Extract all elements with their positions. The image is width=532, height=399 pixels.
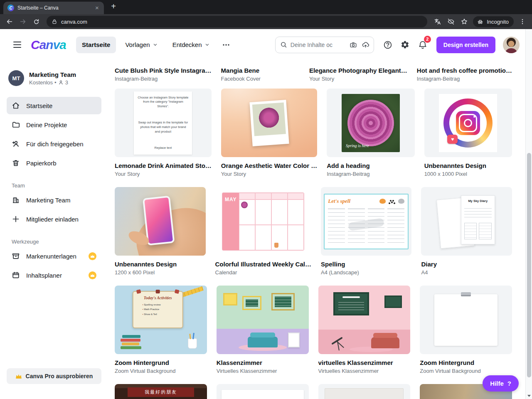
crown-icon [90, 273, 95, 277]
phone-photo-art [115, 187, 206, 256]
search-extra-icons [350, 41, 369, 49]
diary-pages-art: My Sky Diary [433, 193, 500, 250]
design-card[interactable]: Hot and fresh coffee promotio… Instagram… [417, 62, 512, 82]
camera-icon[interactable] [350, 41, 357, 49]
create-design-button[interactable]: Design erstellen [436, 37, 495, 53]
nav-vorlagen[interactable]: Vorlagen [119, 37, 163, 53]
design-card[interactable]: Klassenzimmer Virtuelles Klassenzimmer [217, 286, 309, 374]
chevron-down-icon [205, 42, 209, 47]
sidebar-item-startseite[interactable]: Startseite [7, 97, 101, 114]
person-icon [58, 80, 64, 85]
pro-crown-badge [89, 252, 96, 260]
canva-pro-label: Canva Pro ausprobieren [26, 373, 93, 379]
omnibox[interactable]: canva.com [47, 16, 427, 27]
canva-logo[interactable]: Canva [31, 38, 66, 52]
sidebar-item-deine-projekte[interactable]: Deine Projekte [7, 116, 101, 133]
design-card[interactable]: Zoom Hintergrund Zoom Virtual Background [420, 286, 512, 374]
photo-caption: Spring is here [346, 143, 369, 148]
design-thumbnail: Let's spell [321, 187, 412, 256]
browser-menu-button[interactable] [516, 15, 529, 28]
canva-pro-button[interactable]: Canva Pro ausprobieren [7, 368, 101, 384]
design-title: Lemonade Drink Animated Sto… [115, 162, 212, 169]
notifications-button[interactable]: 2 [415, 37, 431, 53]
design-card[interactable]: Choose an Instagram Story template from … [115, 89, 212, 177]
tab-close-icon[interactable]: × [94, 5, 101, 12]
sidebar-item-marketing-team[interactable]: Marketing Team [7, 191, 101, 209]
chevron-down-icon [153, 42, 158, 47]
design-card[interactable]: Unbenanntes Design 1200 x 600 Pixel [115, 187, 206, 276]
eye-off-button[interactable] [445, 15, 457, 28]
back-button[interactable] [3, 15, 16, 28]
sidebar-item-mitglieder-einladen[interactable]: Mitglieder einladen [7, 210, 101, 228]
design-grid-row: Unbenanntes Design 1200 x 600 Pixel MAY [115, 187, 512, 286]
section-label-werkzeuge: Werkzeuge [12, 239, 101, 245]
translate-button[interactable] [431, 15, 444, 28]
main-content: Cute Blush Pink Style Instagra… Instagra… [108, 60, 525, 399]
incognito-badge: Incognito [473, 16, 514, 27]
help-menu-button[interactable] [380, 37, 396, 53]
settings-button[interactable] [397, 37, 413, 53]
nav-startseite-label: Startseite [82, 41, 110, 48]
sidebar-item-markenunterlagen[interactable]: Markenunterlagen [7, 247, 101, 265]
design-card[interactable] [318, 384, 411, 399]
design-card[interactable]: MAY Colorful Illustrated Weekly Cal… Cal… [215, 187, 311, 276]
design-thumbnail [420, 286, 512, 354]
bookmark-button[interactable] [458, 15, 470, 28]
couch-illustration [248, 337, 278, 347]
team-avatar: MT [8, 70, 24, 86]
worksheet-heading: Let's spell [328, 198, 350, 204]
zoom-classroom-art: Today's Activities Spelling review Math … [115, 286, 207, 354]
design-card[interactable]: Today's Activities Spelling review Math … [115, 286, 207, 374]
design-thumbnail: ♥ [424, 89, 512, 157]
design-card[interactable]: Orange Aesthetic Water Color … Your Stor… [221, 89, 317, 177]
sidebar-item-label: Papierkorb [26, 160, 57, 167]
team-switcher[interactable]: MT Marketing Team Kostenlos • 3 [8, 70, 101, 86]
preview-text: Swap out images in the template for phot… [137, 121, 189, 134]
user-avatar[interactable] [503, 37, 520, 53]
new-tab-button[interactable]: + [109, 2, 118, 11]
orange-watercolor-art [221, 89, 317, 157]
polaroid-photo [249, 100, 289, 146]
forward-button[interactable] [17, 15, 29, 28]
design-title: Orange Aesthetic Water Color … [221, 162, 317, 169]
help-button[interactable]: Hilfe ? [483, 375, 519, 392]
design-title: Hot and fresh coffee promotio… [417, 67, 512, 74]
design-card[interactable]: Let's spell Spelling A4 (Landscape) [321, 187, 412, 276]
more-menu-button[interactable] [219, 37, 234, 53]
design-title: Diary [421, 261, 512, 268]
nav-startseite[interactable]: Startseite [76, 37, 116, 53]
chalkboard-illustration [384, 296, 402, 308]
design-card[interactable]: Spring is here Add a heading Instagram-B… [327, 89, 414, 177]
hamburger-menu-button[interactable] [11, 39, 23, 51]
design-card[interactable]: virtuelles Klassenzimmer Virtuelles Klas… [318, 286, 411, 374]
browser-tab[interactable]: C Startseite – Canva × [3, 2, 104, 14]
upload-cloud-icon[interactable] [362, 41, 369, 49]
design-thumbnail: My Sky Diary [421, 187, 512, 256]
nav-entdecken[interactable]: Entdecken [167, 37, 215, 53]
design-card[interactable]: ♥ Unbenanntes Design 1000 x 1000 Pixel [424, 89, 512, 177]
scroll-down-button[interactable] [526, 392, 532, 399]
search-bar[interactable] [275, 37, 374, 53]
design-card[interactable]: Cute Blush Pink Style Instagra… Instagra… [115, 62, 212, 82]
diary-heading: My Sky Diary [464, 199, 492, 203]
design-card[interactable]: My Sky Diary Diary A4 [421, 187, 512, 276]
design-title: Zoom Hintergrund [420, 359, 512, 366]
scrollbar-thumb[interactable] [527, 153, 531, 377]
design-card[interactable]: Mangia Bene Facebook Cover [221, 62, 300, 82]
scrollbar[interactable] [525, 29, 532, 399]
sidebar-item-fuer-dich-freigegeben[interactable]: Für dich freigegeben [7, 135, 101, 153]
sidebar: MT Marketing Team Kostenlos • 3 Startsei… [0, 60, 108, 399]
design-card[interactable] [217, 384, 309, 399]
design-subtitle: Virtuelles Klassenzimmer [217, 368, 309, 374]
sidebar-item-inhaltsplaner[interactable]: Inhaltsplaner [7, 266, 101, 284]
design-thumbnail [221, 89, 317, 157]
search-input[interactable] [291, 42, 346, 48]
design-card[interactable]: 我最好的朋友 [115, 384, 207, 399]
design-card[interactable]: Elegance Photography Elegant… Your Story [309, 62, 407, 82]
sidebar-item-papierkorb[interactable]: Papierkorb [7, 154, 101, 172]
gear-icon [401, 40, 409, 49]
canva-header: Canva Startseite Vorlagen Entdecken [0, 29, 525, 60]
reload-button[interactable] [30, 15, 42, 28]
browser-tab-bar: C Startseite – Canva × + [0, 0, 532, 14]
design-title: Unbenanntes Design [115, 261, 206, 268]
